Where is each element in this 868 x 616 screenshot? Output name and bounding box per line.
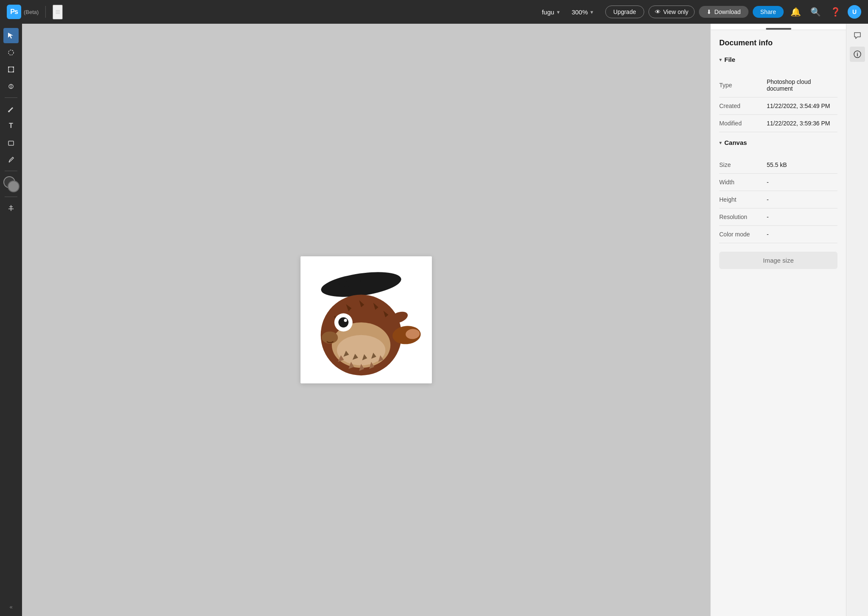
svg-point-44 <box>322 331 338 344</box>
svg-point-9 <box>8 111 10 112</box>
file-section-header[interactable]: ▾ File <box>719 56 837 67</box>
panel-tab-indicator <box>766 28 791 30</box>
left-toolbar: T « <box>0 24 22 616</box>
panel-tabs <box>711 24 846 30</box>
svg-point-1 <box>8 50 14 55</box>
lasso-icon <box>7 49 15 56</box>
color-mode-value: - <box>767 231 769 238</box>
modified-value: 11/22/2022, 3:59:36 PM <box>767 120 830 127</box>
text-tool-button[interactable]: T <box>3 118 19 133</box>
lasso-tool-button[interactable] <box>3 45 19 60</box>
svg-text:i: i <box>857 52 858 58</box>
canvas-section-chevron-icon: ▾ <box>719 140 722 146</box>
canvas-section-header[interactable]: ▾ Canvas <box>719 139 837 150</box>
background-color[interactable] <box>8 180 19 192</box>
download-button[interactable]: ⬇ Download <box>699 6 748 18</box>
select-icon <box>7 32 15 39</box>
text-icon: T <box>9 122 13 130</box>
info-icon: i <box>853 50 862 58</box>
canvas-document <box>300 256 432 383</box>
svg-rect-5 <box>8 71 9 72</box>
created-label: Created <box>719 103 762 109</box>
app-logo: Ps (Beta) <box>7 5 39 19</box>
shape-tool-button[interactable] <box>3 135 19 150</box>
search-button[interactable]: 🔍 <box>808 5 823 19</box>
type-value: Photoshop cloud document <box>767 78 837 92</box>
svg-point-23 <box>337 335 385 366</box>
user-avatar[interactable]: U <box>848 5 861 19</box>
width-info-row: Width - <box>719 174 837 191</box>
section-divider <box>719 132 837 139</box>
info-panel-button[interactable]: i <box>850 47 865 62</box>
created-info-row: Created 11/22/2022, 3:54:49 PM <box>719 97 837 115</box>
color-mode-label: Color mode <box>719 231 762 238</box>
file-section-title: File <box>724 56 735 63</box>
height-label: Height <box>719 196 762 203</box>
resolution-label: Resolution <box>719 214 762 220</box>
zoom-chevron-icon: ▾ <box>590 9 593 15</box>
document-info-panel: Document info ▾ File Type Photoshop clou… <box>710 24 846 616</box>
main-area: T « <box>0 24 868 616</box>
toolbar-divider-2 <box>5 171 17 171</box>
width-label: Width <box>719 179 762 186</box>
app-header: Ps (Beta) ≡ fugu ▾ 300% ▾ Upgrade 👁 View… <box>0 0 868 24</box>
right-icon-panel: i <box>846 24 868 616</box>
adjust-tool-button[interactable] <box>3 200 19 216</box>
heal-icon <box>7 83 15 90</box>
svg-point-11 <box>9 161 10 163</box>
modified-label: Modified <box>719 120 762 127</box>
beta-label: (Beta) <box>24 9 39 15</box>
shape-icon <box>7 139 15 147</box>
zoom-value: 300% <box>572 8 588 16</box>
share-button[interactable]: Share <box>753 6 784 18</box>
image-size-button[interactable]: Image size <box>719 252 837 269</box>
panel-content: Document info ▾ File Type Photoshop clou… <box>711 30 846 616</box>
upgrade-button[interactable]: Upgrade <box>605 6 644 18</box>
toolbar-divider-3 <box>5 197 17 197</box>
notifications-button[interactable]: 🔔 <box>788 5 804 19</box>
toolbar-collapse-button[interactable]: « <box>3 602 19 612</box>
brush-icon <box>7 105 15 113</box>
eye-icon: 👁 <box>655 8 661 15</box>
header-actions: Upgrade 👁 View only ⬇ Download Share 🔔 🔍… <box>605 5 861 19</box>
adjust-icon <box>7 204 15 212</box>
color-mode-info-row: Color mode - <box>719 226 837 243</box>
view-only-button[interactable]: 👁 View only <box>648 6 695 18</box>
color-selector[interactable] <box>3 176 19 191</box>
svg-rect-6 <box>13 71 14 72</box>
created-value: 11/22/2022, 3:54:49 PM <box>767 103 830 109</box>
panel-title: Document info <box>719 39 837 47</box>
svg-point-43 <box>344 319 347 322</box>
modified-info-row: Modified 11/22/2022, 3:59:36 PM <box>719 115 837 132</box>
width-value: - <box>767 179 769 186</box>
transform-icon <box>7 66 15 73</box>
resolution-info-row: Resolution - <box>719 208 837 226</box>
resolution-value: - <box>767 214 769 220</box>
brush-tool-button[interactable] <box>3 101 19 117</box>
fugu-fish-image <box>300 256 432 383</box>
ps-icon: Ps <box>7 5 21 19</box>
eyedropper-tool-button[interactable] <box>3 152 19 167</box>
type-label: Type <box>719 82 762 89</box>
type-info-row: Type Photoshop cloud document <box>719 73 837 97</box>
canvas-area[interactable] <box>22 24 710 616</box>
svg-rect-10 <box>8 141 14 145</box>
comment-icon <box>853 31 862 40</box>
heal-tool-button[interactable] <box>3 79 19 94</box>
size-value: 55.5 kB <box>767 161 787 168</box>
download-label: Download <box>714 8 740 15</box>
svg-marker-0 <box>8 33 13 39</box>
toolbar-divider-1 <box>5 97 17 98</box>
select-tool-button[interactable] <box>3 28 19 43</box>
bell-icon: 🔔 <box>790 7 801 17</box>
search-icon: 🔍 <box>810 7 821 17</box>
height-value: - <box>767 196 769 203</box>
transform-tool-button[interactable] <box>3 62 19 77</box>
zoom-control[interactable]: 300% ▾ <box>572 8 593 16</box>
filename-display[interactable]: fugu ▾ <box>542 8 559 16</box>
comment-panel-button[interactable] <box>850 28 865 43</box>
svg-rect-4 <box>13 67 14 68</box>
hamburger-menu-button[interactable]: ≡ <box>53 5 63 19</box>
svg-rect-3 <box>8 67 9 68</box>
help-button[interactable]: ❓ <box>828 5 843 19</box>
